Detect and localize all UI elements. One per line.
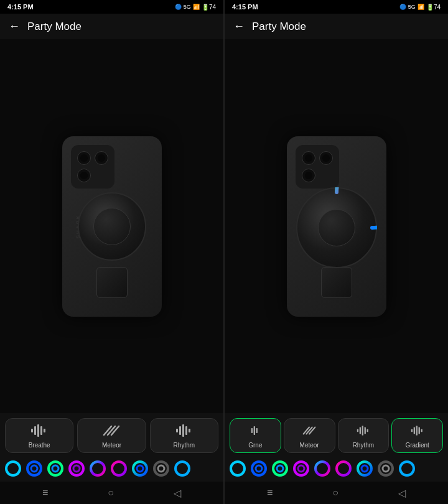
breathe-label: Breathe (29, 442, 50, 449)
nav-back-left[interactable]: ◁ (174, 487, 181, 499)
svg-line-6 (108, 426, 115, 435)
svg-point-17 (52, 465, 58, 472)
dial-area-right (296, 187, 377, 268)
color-r-option-1[interactable] (228, 459, 247, 478)
header-left: ← Party Mode (0, 14, 223, 39)
color-circles-left (0, 455, 223, 482)
lens-r3 (302, 169, 315, 182)
left-panel: 4:15 PM 🔵 5G 📶 🔋74 ← Party Mode SHARK (0, 0, 224, 504)
color-r-option-9[interactable] (398, 459, 416, 478)
color-option-6[interactable] (110, 459, 128, 478)
svg-line-30 (304, 427, 309, 434)
header-right: ← Party Mode (225, 14, 448, 39)
status-time-left: 4:15 PM (7, 3, 34, 11)
svg-point-55 (383, 465, 389, 472)
svg-rect-2 (37, 424, 39, 437)
phone-back-right: SHARK (287, 136, 386, 317)
color-option-5[interactable] (88, 459, 107, 478)
color-option-2[interactable] (25, 459, 44, 478)
mode-btn-gradient[interactable]: Gradient (391, 418, 443, 453)
bt-icon: 🔵 (175, 4, 182, 10)
meteor-label: Meteor (102, 442, 121, 449)
lens-2 (95, 151, 108, 165)
svg-line-5 (104, 426, 111, 435)
lens-1 (77, 151, 91, 165)
status-time-right: 4:15 PM (232, 3, 258, 11)
mode-btn-grne[interactable]: Grne (230, 418, 281, 453)
svg-point-20 (91, 462, 105, 475)
svg-rect-27 (251, 428, 253, 433)
grne-icon (248, 424, 262, 439)
meteor-icon (103, 424, 120, 439)
svg-point-56 (400, 462, 414, 475)
svg-point-23 (137, 465, 143, 472)
nav-menu-right[interactable]: ≡ (267, 487, 273, 498)
lens-3 (77, 169, 91, 182)
svg-point-26 (175, 462, 189, 475)
camera-module-left (71, 145, 114, 189)
battery-icon-r: 🔋74 (426, 4, 441, 11)
page-title-right: Party Mode (252, 21, 306, 33)
breathe-icon (30, 424, 48, 439)
color-circles-right (225, 455, 448, 482)
camera-module-right (296, 145, 339, 189)
color-option-7[interactable] (131, 459, 149, 478)
svg-point-47 (277, 465, 283, 472)
color-r-option-8[interactable] (376, 459, 395, 478)
rhythm-icon (175, 424, 193, 439)
meteor-label-r: Meteor (300, 442, 319, 449)
svg-point-25 (158, 465, 164, 472)
wifi-icon-r: 📶 (418, 4, 424, 10)
color-option-1[interactable] (4, 459, 22, 478)
svg-rect-4 (44, 429, 45, 432)
color-option-4[interactable] (67, 459, 86, 478)
color-r-option-4[interactable] (292, 459, 310, 478)
svg-rect-28 (254, 426, 255, 435)
phone-display-left: SHARK (0, 39, 223, 413)
color-r-option-5[interactable] (313, 459, 332, 478)
svg-rect-10 (182, 424, 184, 437)
mode-btn-meteor[interactable]: Meteor (77, 418, 146, 453)
wifi-icon: 📶 (193, 4, 200, 10)
bt-icon-r: 🔵 (399, 4, 406, 10)
nav-menu-left[interactable]: ≡ (42, 487, 48, 498)
svg-rect-39 (413, 427, 414, 434)
svg-rect-38 (411, 429, 412, 432)
mode-btn-rhythm[interactable]: Rhythm (150, 418, 218, 453)
nav-home-right[interactable]: ○ (332, 487, 338, 498)
nav-home-left[interactable]: ○ (108, 487, 114, 498)
svg-point-45 (256, 465, 262, 472)
phone-bottom-right (321, 267, 352, 298)
back-button-right[interactable]: ← (233, 20, 245, 33)
status-bar-right: 4:15 PM 🔵 5G 📶 🔋74 (225, 0, 448, 14)
svg-rect-9 (179, 426, 181, 435)
svg-point-19 (73, 465, 80, 472)
svg-rect-29 (256, 428, 258, 433)
svg-line-32 (309, 427, 315, 434)
color-r-option-3[interactable] (271, 459, 289, 478)
status-icons-right: 🔵 5G 📶 🔋74 (399, 4, 441, 11)
svg-point-48 (294, 462, 308, 475)
svg-point-22 (133, 462, 147, 475)
nav-back-right[interactable]: ◁ (398, 487, 406, 499)
color-r-option-7[interactable] (355, 459, 374, 478)
svg-rect-0 (31, 429, 33, 432)
dial-inner-left (93, 208, 131, 245)
gradient-label: Gradient (405, 442, 429, 449)
color-option-3[interactable] (46, 459, 65, 478)
svg-rect-33 (357, 429, 358, 432)
page-title-left: Party Mode (27, 21, 82, 33)
mode-btn-breathe[interactable]: Breathe (5, 418, 73, 453)
color-option-9[interactable] (173, 459, 192, 478)
color-r-option-6[interactable] (334, 459, 353, 478)
nav-bar-right: ≡ ○ ◁ (225, 482, 448, 504)
mode-btn-rhythm-r[interactable]: Rhythm (338, 418, 390, 453)
mode-btn-meteor-r[interactable]: Meteor (284, 418, 335, 453)
svg-point-54 (379, 462, 393, 475)
color-option-8[interactable] (152, 459, 170, 478)
back-button-left[interactable]: ← (9, 20, 20, 33)
color-r-option-2[interactable] (250, 459, 268, 478)
svg-rect-36 (364, 427, 365, 434)
mode-buttons-right: Grne Meteor Rhyt (225, 413, 448, 455)
svg-point-14 (27, 462, 41, 475)
